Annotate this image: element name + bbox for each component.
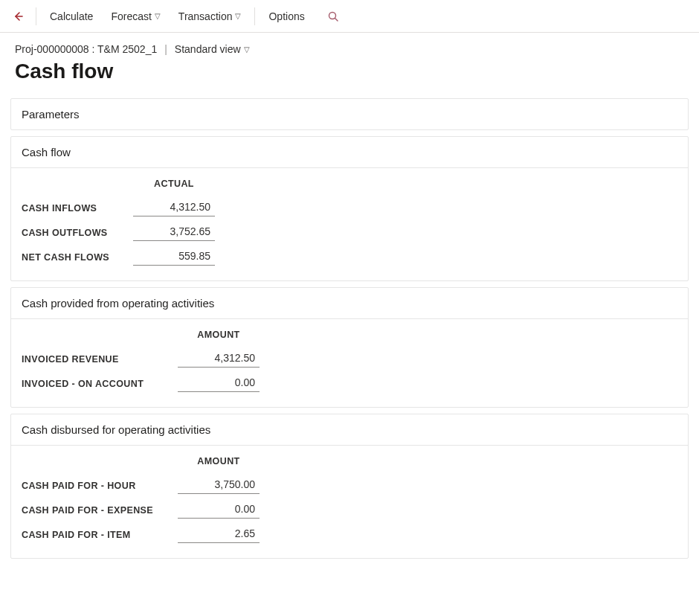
breadcrumb-project: Proj-000000008 : T&M 2502_1 [15,43,157,55]
row-label-outflows: CASH OUTFLOWS [22,228,133,238]
calculate-button[interactable]: Calculate [42,6,100,27]
row-label-hour: CASH PAID FOR - HOUR [22,481,178,491]
view-switcher[interactable]: Standard view ▽ [175,43,250,55]
page-title: Cash flow [15,60,684,83]
cash-disbursed-title: Cash disbursed for operating activities [22,423,210,436]
back-arrow-icon [12,10,24,22]
options-label: Options [268,10,304,22]
cash-disbursed-table: AMOUNT CASH PAID FOR - HOUR 3,750.00 CAS… [22,456,677,543]
col-header-amount-disbursed: AMOUNT [178,456,260,469]
chevron-down-icon: ▽ [155,12,161,20]
page-header: Proj-000000008 : T&M 2502_1 | Standard v… [0,33,699,91]
cash-provided-table: AMOUNT INVOICED REVENUE 4,312.50 INVOICE… [22,330,677,392]
value-invoiced-on-acct[interactable]: 0.00 [178,375,260,392]
options-button[interactable]: Options [261,6,312,27]
calculate-label: Calculate [50,10,93,22]
col-header-amount-provided: AMOUNT [178,330,260,343]
value-item[interactable]: 2.65 [178,526,260,543]
toolbar-divider [36,7,36,25]
svg-line-1 [335,18,338,21]
cash-disbursed-header[interactable]: Cash disbursed for operating activities [11,414,688,446]
forecast-label: Forecast [111,10,151,22]
parameters-section: Parameters [10,98,689,130]
row-label-net: NET CASH FLOWS [22,252,133,263]
cash-flow-title: Cash flow [22,146,71,158]
cash-provided-title: Cash provided from operating activities [22,297,214,309]
breadcrumb-separator: | [164,43,167,55]
toolbar-divider [254,7,255,25]
cash-provided-body: AMOUNT INVOICED REVENUE 4,312.50 INVOICE… [11,319,688,407]
cash-flow-section: Cash flow ACTUAL CASH INFLOWS 4,312.50 C… [10,136,689,281]
row-label-item: CASH PAID FOR - ITEM [22,530,178,540]
search-button[interactable] [321,4,345,28]
value-hour[interactable]: 3,750.00 [178,477,260,494]
value-net[interactable]: 559.85 [133,248,215,266]
cash-flow-header[interactable]: Cash flow [11,137,688,168]
col-header-actual: ACTUAL [133,179,215,192]
view-label: Standard view [175,43,241,55]
cash-disbursed-body: AMOUNT CASH PAID FOR - HOUR 3,750.00 CAS… [11,446,688,558]
chevron-down-icon: ▽ [235,12,241,20]
row-label-invoiced-rev: INVOICED REVENUE [22,354,178,365]
cash-provided-section: Cash provided from operating activities … [10,287,689,408]
cash-flow-table: ACTUAL CASH INFLOWS 4,312.50 CASH OUTFLO… [22,179,677,266]
search-icon [327,10,339,22]
row-label-invoiced-on-acct: INVOICED - ON ACCOUNT [22,379,178,389]
value-outflows[interactable]: 3,752.65 [133,224,215,241]
top-toolbar: Calculate Forecast ▽ Transaction ▽ Optio… [0,0,699,33]
row-label-expense: CASH PAID FOR - EXPENSE [22,505,178,516]
parameters-title: Parameters [22,108,80,121]
sections-container: Parameters Cash flow ACTUAL CASH INFLOWS… [0,91,699,580]
breadcrumb: Proj-000000008 : T&M 2502_1 | Standard v… [15,43,684,55]
value-expense[interactable]: 0.00 [178,501,260,519]
value-invoiced-rev[interactable]: 4,312.50 [178,350,260,368]
chevron-down-icon: ▽ [244,45,250,54]
forecast-button[interactable]: Forecast ▽ [103,6,167,27]
cash-flow-body: ACTUAL CASH INFLOWS 4,312.50 CASH OUTFLO… [11,168,688,280]
transaction-label: Transaction [178,10,233,22]
back-button[interactable] [6,4,30,28]
parameters-header[interactable]: Parameters [11,99,688,129]
cash-disbursed-section: Cash disbursed for operating activities … [10,414,689,559]
transaction-button[interactable]: Transaction ▽ [171,6,249,27]
value-inflows[interactable]: 4,312.50 [133,199,215,216]
row-label-inflows: CASH INFLOWS [22,203,133,214]
cash-provided-header[interactable]: Cash provided from operating activities [11,288,688,319]
